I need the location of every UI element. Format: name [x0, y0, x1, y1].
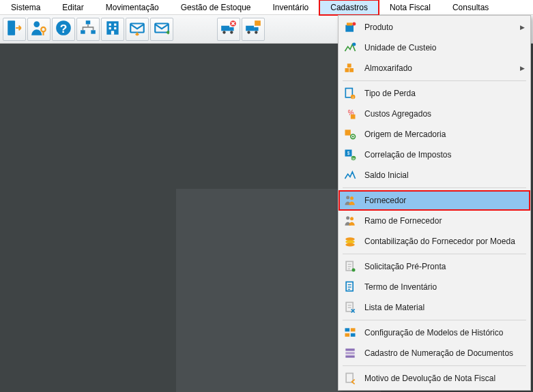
svg-point-46 — [350, 196, 354, 200]
dd-label: Cadastro de Numeração de Documentos — [364, 348, 525, 358]
svg-point-23 — [247, 31, 250, 33]
dd-label: Correlação de Impostos — [364, 150, 525, 160]
dd-label: Tipo de Perda — [364, 89, 525, 98]
aggregate-cost-icon: % — [343, 106, 358, 121]
dd-item-produto[interactable]: Produto ▶ — [338, 17, 530, 37]
dd-item-motivo-devolucao-nf[interactable]: Motivo de Devolução de Nota Fiscal — [338, 368, 530, 389]
svg-rect-26 — [345, 25, 354, 32]
door-exit-icon — [5, 19, 23, 39]
svg-rect-57 — [351, 328, 356, 331]
dd-item-ramo-fornecedor[interactable]: Ramo de Fornecedor — [338, 211, 530, 231]
svg-rect-62 — [345, 355, 354, 357]
dd-label: Configuração de Modelos de Histórico — [364, 328, 525, 337]
dd-item-termo-inventario[interactable]: Termo de Inventário — [338, 277, 530, 297]
menu-movimentacao[interactable]: Movimentação — [95, 0, 170, 15]
toolbar-group-1: ? — [3, 18, 173, 41]
svg-rect-61 — [345, 352, 354, 354]
svg-point-51 — [345, 243, 354, 247]
dd-item-cadastro-numeracao-documentos[interactable]: Cadastro de Numeração de Documentos — [338, 343, 530, 363]
truck-box-icon — [244, 19, 262, 39]
dd-item-fornecedor[interactable]: Fornecedor — [338, 190, 530, 211]
svg-rect-25 — [255, 20, 261, 26]
dd-label: Solicitação Pré-Pronta — [364, 262, 525, 271]
toolbar-help-button[interactable]: ? — [52, 18, 75, 41]
supplier-currency-icon — [343, 234, 358, 249]
svg-rect-0 — [8, 20, 15, 35]
dd-label: Saldo Inicial — [364, 170, 525, 180]
svg-rect-11 — [109, 27, 111, 29]
dd-item-lista-material[interactable]: Lista de Material — [338, 297, 530, 318]
dd-item-almoxarifado[interactable]: Almoxarifado ▶ — [338, 58, 530, 78]
dd-label: Ramo de Fornecedor — [364, 216, 525, 226]
toolbar-org-button[interactable] — [76, 18, 100, 41]
supplier-icon — [343, 193, 358, 208]
cadastros-dropdown: Produto ▶ Unidade de Custeio Almoxarifad… — [338, 15, 531, 391]
dd-item-origem-mercadoria[interactable]: Origem de Mercadoria — [338, 124, 530, 145]
svg-rect-9 — [109, 24, 111, 26]
dd-item-config-modelos-historico[interactable]: Configuração de Modelos de Histórico — [338, 322, 530, 343]
menu-inventario[interactable]: Inventário — [262, 0, 320, 15]
dd-label: Unidade de Custeio — [364, 43, 525, 52]
app-root: Sistema Editar Movimentação Gestão de Es… — [0, 0, 533, 392]
svg-rect-31 — [349, 68, 354, 72]
dd-item-unidade-custeio[interactable]: Unidade de Custeio — [338, 37, 530, 58]
svg-rect-12 — [114, 27, 116, 29]
mail-in-icon — [128, 19, 146, 39]
svg-rect-13 — [111, 31, 114, 34]
toolbar-truck-box-button[interactable] — [242, 18, 265, 41]
svg-text:?: ? — [60, 22, 68, 35]
goods-origin-icon — [343, 127, 358, 142]
svg-rect-56 — [345, 328, 350, 331]
svg-text:$: $ — [347, 151, 350, 155]
warehouse-icon — [343, 61, 358, 76]
dd-item-correlacao-impostos[interactable]: $% Correlação de Impostos — [338, 145, 530, 165]
menu-gestao-estoque[interactable]: Gestão de Estoque — [170, 0, 262, 15]
svg-point-45 — [346, 196, 349, 199]
svg-rect-27 — [347, 22, 352, 25]
dd-item-tipo-perda[interactable]: i Tipo de Perda — [338, 83, 530, 104]
menu-editar-label: Editar — [62, 3, 83, 12]
dd-label: Origem de Mercadoria — [364, 130, 525, 139]
svg-rect-21 — [246, 26, 254, 31]
org-chart-icon — [79, 19, 97, 39]
svg-point-53 — [352, 269, 356, 272]
dd-item-contab-fornecedor-moeda[interactable]: Contabilização do Fornecedor por Moeda — [338, 231, 530, 252]
truck-cancel-icon — [220, 19, 237, 39]
return-reason-icon — [343, 371, 358, 386]
toolbar-building-button[interactable] — [101, 18, 124, 41]
menu-editar[interactable]: Editar — [51, 0, 94, 15]
dd-item-custos-agregados[interactable]: % Custos Agregados — [338, 104, 530, 124]
dd-item-solicitacao-pre-pronta[interactable]: Solicitação Pré-Pronta — [338, 256, 530, 277]
svg-rect-17 — [229, 27, 234, 31]
menu-cadastros[interactable]: Cadastros — [319, 0, 379, 15]
menu-consultas-label: Consultas — [452, 3, 489, 12]
dd-separator — [343, 320, 526, 320]
toolbar-user-button[interactable] — [27, 18, 51, 41]
dd-label: Termo de Inventário — [364, 282, 525, 292]
toolbar-exit-button[interactable] — [3, 18, 26, 41]
toolbar-outbox-button[interactable] — [150, 18, 173, 41]
dd-label: Custos Agregados — [364, 109, 525, 119]
toolbar-inbox-button[interactable] — [126, 18, 149, 41]
toolbar-truck-cancel-button[interactable] — [217, 18, 240, 41]
menu-movimentacao-label: Movimentação — [106, 3, 159, 12]
initial-balance-icon — [343, 168, 358, 183]
menu-sistema[interactable]: Sistema — [0, 0, 51, 15]
menu-nota-fiscal[interactable]: Nota Fiscal — [379, 0, 442, 15]
menubar: Sistema Editar Movimentação Gestão de Es… — [0, 0, 533, 15]
dd-item-saldo-inicial[interactable]: Saldo Inicial — [338, 165, 530, 185]
dd-label: Almoxarifado — [364, 63, 513, 73]
svg-point-28 — [352, 22, 356, 26]
menu-consultas[interactable]: Consultas — [442, 0, 500, 15]
svg-rect-16 — [221, 26, 229, 31]
svg-text:i: i — [353, 95, 354, 100]
svg-rect-7 — [91, 30, 96, 33]
svg-rect-60 — [345, 348, 354, 350]
dd-label: Produto — [364, 22, 513, 32]
dd-separator — [343, 254, 526, 254]
prerequest-icon — [343, 259, 358, 274]
svg-rect-58 — [345, 333, 350, 337]
svg-rect-38 — [345, 130, 351, 135]
svg-rect-5 — [86, 20, 91, 24]
mail-out-icon — [153, 19, 171, 39]
